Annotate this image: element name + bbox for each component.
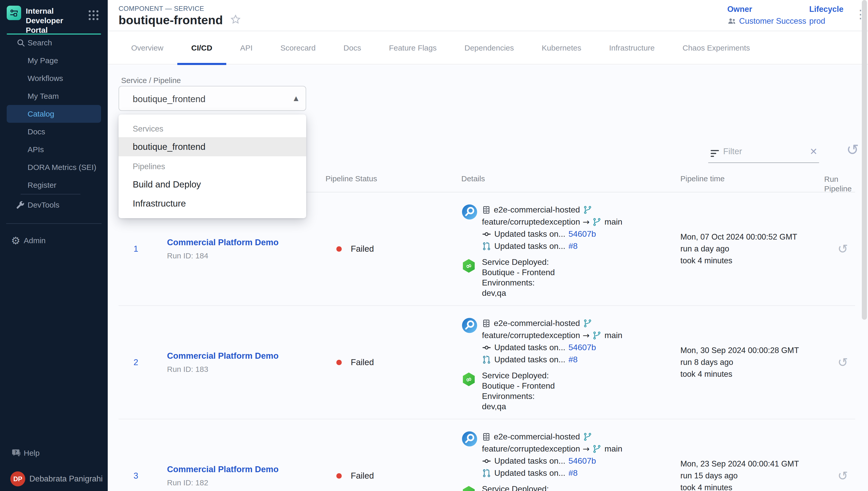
owner-value[interactable]: Customer Success xyxy=(727,17,806,26)
target-branch[interactable]: main xyxy=(604,444,622,454)
gear-icon: ⚙ xyxy=(11,235,20,246)
status-failed-dot xyxy=(336,360,342,365)
source-branch[interactable]: feature/corruptedexception xyxy=(482,330,580,340)
sidebar-item-devtools[interactable]: DevTools xyxy=(0,196,108,214)
commit-line: Updated tasks on... 54607b xyxy=(482,228,622,240)
environments-value: dev,qa xyxy=(482,288,555,298)
run-index: 3 xyxy=(119,471,167,481)
pr-link[interactable]: #8 xyxy=(568,241,578,251)
pr-link[interactable]: #8 xyxy=(568,468,578,478)
run-id: Run ID: 182 xyxy=(167,479,331,487)
run-name-cell: Commercial Platform Demo Run ID: 182 xyxy=(167,464,331,487)
sidebar-item[interactable]: Catalog xyxy=(7,105,101,123)
sidebar: Internal Developer Portal Search My Page… xyxy=(0,0,108,491)
pipeline-run-link[interactable]: Commercial Platform Demo xyxy=(167,351,331,361)
wrench-icon xyxy=(15,200,25,210)
refresh-icon[interactable]: ↺ xyxy=(846,142,859,157)
tab[interactable]: Scorecard xyxy=(267,31,330,64)
sidebar-item[interactable]: DORA Metrics (SEI) xyxy=(0,158,108,176)
tab[interactable]: Dependencies xyxy=(451,31,528,64)
cicd-content: Service / Pipeline boutique_frontend ▲ S… xyxy=(108,65,868,491)
repo-line: e2e-commercial-hosted xyxy=(482,204,622,216)
environments-label: Environments: xyxy=(482,391,555,401)
sidebar-item-search[interactable]: Search xyxy=(0,34,108,52)
sidebar-item-label: APIs xyxy=(28,145,44,154)
tab-label: Dependencies xyxy=(464,44,514,52)
run-pipeline-cell: ↺ xyxy=(830,470,855,482)
sidebar-item[interactable]: My Page xyxy=(0,52,108,69)
brand-title: Internal Developer Portal xyxy=(26,6,85,35)
entity-header: COMPONENT — SERVICE boutique-frontend Ow… xyxy=(108,0,868,31)
svg-text:?: ? xyxy=(14,450,17,455)
environments-value: dev,qa xyxy=(482,401,555,411)
pipeline-time-cell: Mon, 07 Oct 2024 00:00:52 GMT run a day … xyxy=(680,231,830,267)
commit-link[interactable]: 54607b xyxy=(568,343,596,352)
filter-input[interactable] xyxy=(723,146,798,156)
sidebar-item[interactable]: Workflows xyxy=(0,69,108,87)
pipeline-run-link[interactable]: Commercial Platform Demo xyxy=(167,464,331,474)
status-failed-dot xyxy=(336,246,342,252)
source-branch[interactable]: feature/corruptedexception xyxy=(482,444,580,454)
tab[interactable]: Docs xyxy=(330,31,375,64)
clear-filter-icon[interactable]: ✕ xyxy=(810,147,817,156)
tab[interactable]: Kubernetes xyxy=(528,31,595,64)
lifecycle-value: prod xyxy=(809,17,843,26)
tab-label: API xyxy=(240,44,253,52)
sidebar-item[interactable]: My Team xyxy=(0,87,108,105)
menu-option[interactable]: Services xyxy=(119,119,306,137)
pr-line: Updated tasks on... #8 xyxy=(482,353,622,366)
sidebar-item[interactable]: Docs xyxy=(0,123,108,141)
menu-option[interactable]: Build and Deploy xyxy=(119,175,306,194)
menu-option-label: Pipelines xyxy=(133,162,165,171)
brand: Internal Developer Portal xyxy=(7,6,85,35)
pipeline-select-menu: Services boutique_frontend Pipelines Bui… xyxy=(119,115,306,218)
sidebar-item[interactable]: APIs xyxy=(0,141,108,158)
repo-name[interactable]: e2e-commercial-hosted xyxy=(494,205,580,214)
run-id: Run ID: 184 xyxy=(167,252,331,260)
status-failed-dot xyxy=(336,473,342,479)
sidebar-item-help[interactable]: ? Help xyxy=(0,444,108,462)
people-icon xyxy=(727,17,737,26)
user-menu[interactable]: DP Debabrata Panigrahi xyxy=(0,470,108,488)
source-branch[interactable]: feature/corruptedexception xyxy=(482,217,580,227)
menu-option[interactable]: Pipelines xyxy=(119,156,306,175)
commit-link[interactable]: 54607b xyxy=(568,456,596,466)
menu-option[interactable]: boutique_frontend xyxy=(119,137,306,156)
repo-name[interactable]: e2e-commercial-hosted xyxy=(494,432,580,441)
target-branch[interactable]: main xyxy=(604,330,622,340)
commit-link[interactable]: 54607b xyxy=(568,229,596,239)
sidebar-item-label: Admin xyxy=(24,236,45,245)
tab[interactable]: Infrastructure xyxy=(595,31,669,64)
tab[interactable]: Chaos Experiments xyxy=(669,31,764,64)
owner-label: Owner xyxy=(727,5,806,14)
commit-icon xyxy=(482,343,491,352)
git-branch-icon xyxy=(583,319,592,328)
entity-tabs: Overview CI/CD API Scorecard Docs Featur… xyxy=(108,31,868,64)
tab[interactable]: CI/CD xyxy=(177,31,226,64)
sidebar-item-admin[interactable]: ⚙ Admin xyxy=(0,232,108,249)
menu-option[interactable]: Infrastructure xyxy=(119,194,306,213)
filter-icon xyxy=(709,147,721,160)
rerun-pipeline-icon[interactable]: ↺ xyxy=(838,470,848,482)
repo-name[interactable]: e2e-commercial-hosted xyxy=(494,318,580,328)
pull-request-icon xyxy=(482,355,491,365)
pr-link[interactable]: #8 xyxy=(568,355,578,365)
favorite-star-icon[interactable] xyxy=(229,14,242,27)
apps-grid-icon[interactable] xyxy=(89,10,98,20)
tab[interactable]: API xyxy=(226,31,267,64)
sidebar-item[interactable]: Register xyxy=(0,176,108,194)
pipeline-run-link[interactable]: Commercial Platform Demo xyxy=(167,237,331,247)
target-branch[interactable]: main xyxy=(604,217,622,227)
branch-line: feature/corruptedexception → main xyxy=(482,216,622,228)
rerun-pipeline-icon[interactable]: ↺ xyxy=(838,356,848,369)
pipeline-select[interactable]: boutique_frontend ▲ xyxy=(119,86,306,111)
run-relative: run 15 days ago xyxy=(680,470,830,482)
status-cell: Failed xyxy=(336,357,461,367)
tab[interactable]: Feature Flags xyxy=(375,31,451,64)
sidebar-item-label: Search xyxy=(28,38,52,47)
scrollbar-thumb[interactable] xyxy=(862,0,867,320)
col-pipeline-status: Pipeline Status xyxy=(326,168,461,194)
environments-label: Environments: xyxy=(482,278,555,288)
rerun-pipeline-icon[interactable]: ↺ xyxy=(838,243,848,255)
tab[interactable]: Overview xyxy=(117,31,177,64)
